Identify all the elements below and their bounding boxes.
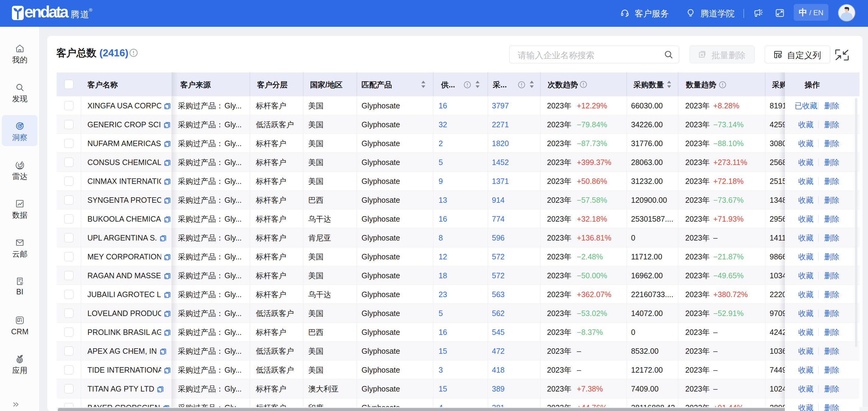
- svg-text:BI: BI: [21, 282, 23, 285]
